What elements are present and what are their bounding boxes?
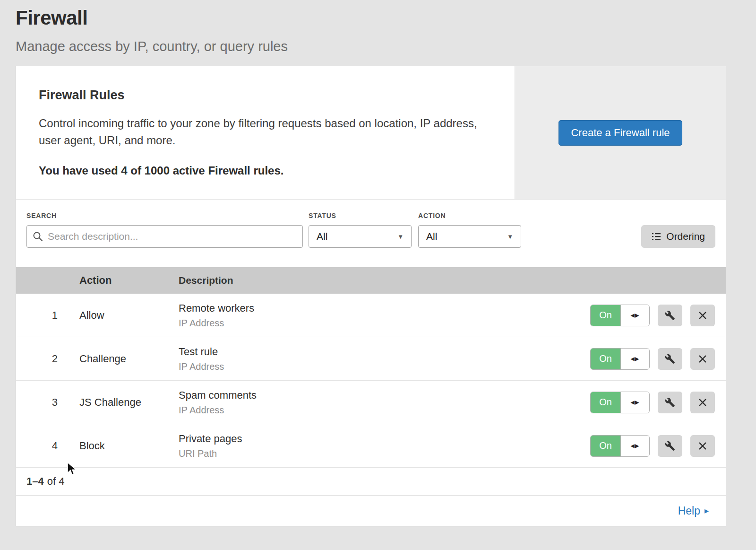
status-select[interactable]: All ▼ <box>309 225 412 248</box>
rule-enabled-toggle[interactable]: On ◂▸ <box>590 348 650 370</box>
search-filter-group: SEARCH <box>26 212 303 248</box>
delete-rule-button[interactable] <box>690 348 715 370</box>
wrench-icon <box>665 354 675 364</box>
rule-enabled-toggle[interactable]: On ◂▸ <box>590 435 650 457</box>
page-header: Firewall Manage access by IP, country, o… <box>0 0 756 54</box>
toggle-arrows-icon: ◂▸ <box>620 392 649 413</box>
edit-rule-button[interactable] <box>658 348 682 370</box>
rule-description: Test rule <box>179 346 584 358</box>
rule-controls: On ◂▸ <box>584 305 726 326</box>
search-box <box>26 225 303 248</box>
delete-rule-button[interactable] <box>690 305 715 326</box>
wrench-icon <box>665 310 675 321</box>
table-row: 1 Allow Remote workers IP Address On ◂▸ <box>16 294 726 337</box>
rule-description-cell: Private pages URI Path <box>163 433 584 459</box>
toggle-on-label: On <box>591 392 620 413</box>
toggle-on-label: On <box>591 349 620 369</box>
status-filter-group: STATUS All ▼ <box>309 212 412 248</box>
rule-match-type: IP Address <box>179 318 584 329</box>
rule-description: Spam comments <box>179 389 584 402</box>
section-description: Control incoming traffic to your zone by… <box>39 115 488 149</box>
create-firewall-rule-button[interactable]: Create a Firewall rule <box>558 120 682 146</box>
table-row: 3 JS Challenge Spam comments IP Address … <box>16 381 726 424</box>
page-subtitle: Manage access by IP, country, or query r… <box>16 39 737 54</box>
search-icon <box>33 231 43 242</box>
rule-controls: On ◂▸ <box>584 348 726 370</box>
delete-rule-button[interactable] <box>690 392 715 413</box>
table-header: Action Description <box>16 267 726 294</box>
rule-action: JS Challenge <box>79 396 163 409</box>
toggle-arrows-icon: ◂▸ <box>620 305 649 326</box>
toggle-on-label: On <box>591 436 620 456</box>
table-header-action: Action <box>79 274 163 287</box>
rule-enabled-toggle[interactable]: On ◂▸ <box>590 392 650 413</box>
table-row: 2 Challenge Test rule IP Address On ◂▸ <box>16 337 726 381</box>
ordered-list-icon <box>652 232 661 241</box>
page-title: Firewall <box>16 7 737 29</box>
chevron-down-icon: ▼ <box>507 233 513 240</box>
toggle-arrows-icon: ◂▸ <box>620 436 649 456</box>
edit-rule-button[interactable] <box>658 392 682 413</box>
rule-description-cell: Remote workers IP Address <box>163 302 584 329</box>
wrench-icon <box>665 441 675 451</box>
rule-priority: 3 <box>16 396 79 409</box>
ordering-button-label: Ordering <box>666 231 705 242</box>
section-heading: Firewall Rules <box>39 88 492 103</box>
rule-controls: On ◂▸ <box>584 392 726 413</box>
rule-priority: 4 <box>16 440 79 452</box>
edit-rule-button[interactable] <box>658 435 682 457</box>
search-input[interactable] <box>26 225 303 248</box>
help-bar: Help ▸ <box>16 496 726 526</box>
toggle-on-label: On <box>591 305 620 326</box>
wrench-icon <box>665 397 675 408</box>
table-row: 4 Block Private pages URI Path On ◂▸ <box>16 424 726 468</box>
close-icon <box>698 442 707 450</box>
help-link[interactable]: Help ▸ <box>678 505 709 517</box>
edit-rule-button[interactable] <box>658 305 682 326</box>
rule-enabled-toggle[interactable]: On ◂▸ <box>590 305 650 326</box>
chevron-down-icon: ▼ <box>397 233 404 240</box>
rule-priority: 1 <box>16 309 79 322</box>
filters-bar: SEARCH STATUS All ▼ ACTION All ▼ <box>16 200 726 267</box>
action-label: ACTION <box>418 212 521 219</box>
rule-action: Allow <box>79 309 163 322</box>
pagination-total: of 4 <box>47 475 65 488</box>
rule-controls: On ◂▸ <box>584 435 726 457</box>
rule-description: Private pages <box>179 433 584 445</box>
rule-match-type: URI Path <box>179 448 584 459</box>
search-label: SEARCH <box>26 212 303 219</box>
status-select-value: All <box>317 231 327 242</box>
table-header-description: Description <box>163 275 584 286</box>
rule-action: Block <box>79 440 163 452</box>
cta-panel: Create a Firewall rule <box>515 66 726 199</box>
usage-summary: You have used 4 of 1000 active Firewall … <box>39 164 492 177</box>
rule-priority: 2 <box>16 353 79 365</box>
close-icon <box>698 355 707 363</box>
help-link-label: Help <box>678 505 700 517</box>
rule-match-type: IP Address <box>179 405 584 416</box>
rule-description-cell: Test rule IP Address <box>163 346 584 372</box>
rule-match-type: IP Address <box>179 361 584 372</box>
help-arrow-icon: ▸ <box>704 506 709 516</box>
toggle-arrows-icon: ◂▸ <box>620 349 649 369</box>
card-intro-section: Firewall Rules Control incoming traffic … <box>16 66 726 200</box>
action-select[interactable]: All ▼ <box>418 225 521 248</box>
delete-rule-button[interactable] <box>690 435 715 457</box>
rule-description-cell: Spam comments IP Address <box>163 389 584 416</box>
rule-action: Challenge <box>79 353 163 365</box>
pagination-range: 1–4 <box>26 475 44 488</box>
intro-text-block: Firewall Rules Control incoming traffic … <box>16 66 515 199</box>
rule-description: Remote workers <box>179 302 584 314</box>
close-icon <box>698 398 707 407</box>
pagination-summary: 1–4 of 4 <box>16 468 726 496</box>
firewall-rules-card: Firewall Rules Control incoming traffic … <box>16 66 726 526</box>
close-icon <box>698 311 707 320</box>
ordering-button[interactable]: Ordering <box>641 225 715 248</box>
action-filter-group: ACTION All ▼ <box>418 212 521 248</box>
action-select-value: All <box>426 231 437 242</box>
status-label: STATUS <box>309 212 412 219</box>
